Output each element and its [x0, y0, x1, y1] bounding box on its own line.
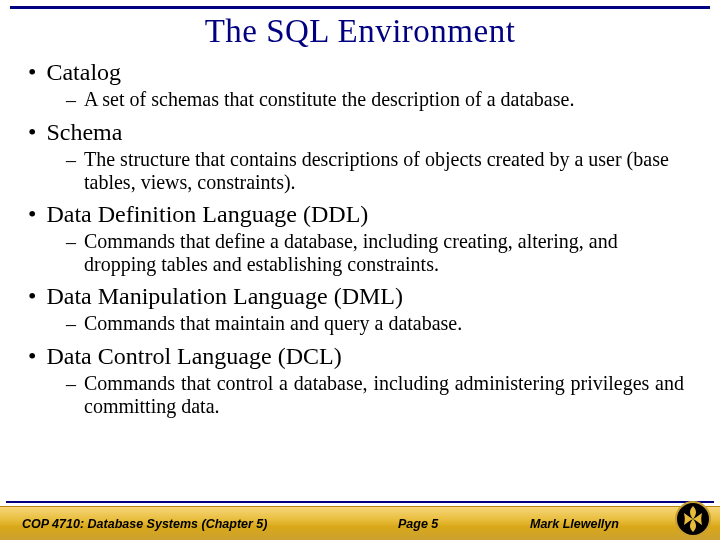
bullet-marker: •: [28, 118, 36, 146]
footer-divider: [6, 501, 714, 503]
page-label: Page 5: [398, 517, 438, 531]
bullet-item: • Catalog: [28, 58, 702, 86]
sub-text: A set of schemas that constitute the des…: [84, 88, 574, 111]
footer: COP 4710: Database Systems (Chapter 5) P…: [0, 501, 720, 540]
bullet-marker: •: [28, 58, 36, 86]
bullet-marker: •: [28, 282, 36, 310]
bullet-marker: •: [28, 342, 36, 370]
sub-text: Commands that control a database, includ…: [84, 372, 684, 418]
bullet-item: • Data Definition Language (DDL): [28, 200, 702, 228]
sub-item: – The structure that contains descriptio…: [66, 148, 702, 194]
sub-text: Commands that define a database, includi…: [84, 230, 684, 276]
ucf-logo-icon: [674, 500, 712, 538]
slide-title: The SQL Environment: [0, 13, 720, 50]
bullet-heading: Schema: [46, 118, 122, 146]
sub-marker: –: [66, 372, 76, 396]
sub-item: – Commands that maintain and query a dat…: [66, 312, 702, 336]
sub-item: – Commands that control a database, incl…: [66, 372, 702, 418]
sub-text: Commands that maintain and query a datab…: [84, 312, 462, 335]
sub-text: The structure that contains descriptions…: [84, 148, 684, 194]
bullet-item: • Schema: [28, 118, 702, 146]
bullet-heading: Data Manipulation Language (DML): [46, 282, 403, 310]
course-label: COP 4710: Database Systems (Chapter 5): [22, 517, 267, 531]
bullet-marker: •: [28, 200, 36, 228]
author-label: Mark Llewellyn: [530, 517, 619, 531]
sub-marker: –: [66, 148, 76, 172]
top-divider: [10, 6, 710, 9]
footer-bar: COP 4710: Database Systems (Chapter 5) P…: [0, 506, 720, 540]
sub-marker: –: [66, 230, 76, 254]
bullet-heading: Data Definition Language (DDL): [46, 200, 368, 228]
sub-marker: –: [66, 88, 76, 112]
sub-marker: –: [66, 312, 76, 336]
sub-item: – A set of schemas that constitute the d…: [66, 88, 702, 112]
bullet-heading: Catalog: [46, 58, 121, 86]
bullet-heading: Data Control Language (DCL): [46, 342, 341, 370]
content-area: • Catalog – A set of schemas that consti…: [0, 58, 720, 418]
bullet-item: • Data Manipulation Language (DML): [28, 282, 702, 310]
bullet-item: • Data Control Language (DCL): [28, 342, 702, 370]
sub-item: – Commands that define a database, inclu…: [66, 230, 702, 276]
